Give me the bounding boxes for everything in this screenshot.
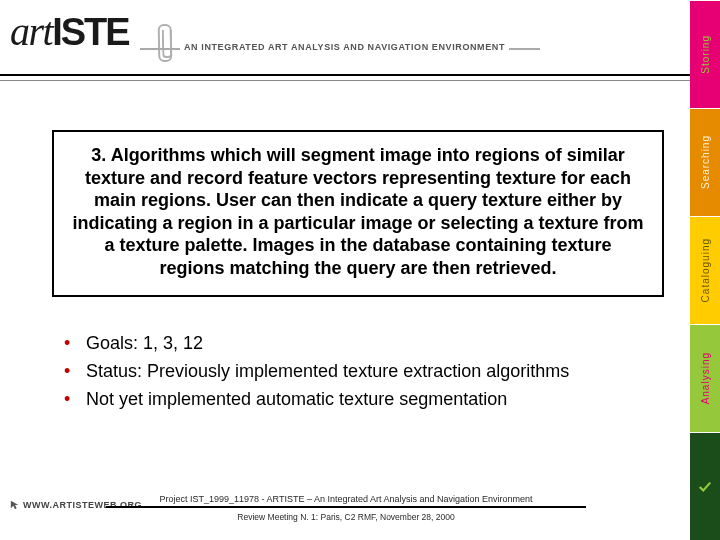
footer-line2: Review Meeting N. 1: Paris, C2 RMF, Nove…: [0, 512, 692, 522]
main-description-box: 3. Algorithms which will segment image i…: [52, 130, 664, 297]
footer: Project IST_1999_11978 - ARTISTE – An In…: [0, 488, 692, 522]
bullet-text: Status: Previously implemented texture e…: [86, 360, 569, 382]
sidebar-item-storing: Storing: [690, 0, 720, 108]
bullet-icon: •: [64, 332, 86, 354]
list-item: • Not yet implemented automatic texture …: [64, 388, 664, 410]
list-item: • Goals: 1, 3, 12: [64, 332, 664, 354]
header: artISTE AN INTEGRATED ART ANALYSIS AND N…: [0, 0, 690, 75]
slide: artISTE AN INTEGRATED ART ANALYSIS AND N…: [0, 0, 720, 540]
sidebar-item-label: Analysing: [700, 352, 711, 404]
check-icon: [698, 480, 712, 494]
list-item: • Status: Previously implemented texture…: [64, 360, 664, 382]
bullet-icon: •: [64, 360, 86, 382]
bullet-text: Not yet implemented automatic texture se…: [86, 388, 507, 410]
bullet-icon: •: [64, 388, 86, 410]
sidebar-item-label: Cataloguing: [700, 238, 711, 302]
sidebar-item-searching: Searching: [690, 108, 720, 216]
sidebar-item-label: Searching: [700, 135, 711, 189]
header-rule: [0, 74, 692, 76]
header-sub-rule: [0, 80, 692, 81]
logo-tagline: AN INTEGRATED ART ANALYSIS AND NAVIGATIO…: [180, 42, 509, 52]
sidebar: Storing Searching Cataloguing Analysing: [690, 0, 720, 540]
logo: artISTE: [10, 8, 129, 55]
paperclip-icon: [158, 24, 173, 62]
logo-part2: ISTE: [52, 11, 128, 53]
main-paragraph: 3. Algorithms which will segment image i…: [70, 144, 646, 279]
sidebar-item-analysing: Analysing: [690, 324, 720, 432]
bullet-list: • Goals: 1, 3, 12 • Status: Previously i…: [64, 332, 664, 416]
footer-line1: Project IST_1999_11978 - ARTISTE – An In…: [106, 494, 586, 508]
sidebar-item-check: [690, 432, 720, 540]
bullet-text: Goals: 1, 3, 12: [86, 332, 203, 354]
logo-part1: art: [10, 9, 52, 54]
sidebar-item-cataloguing: Cataloguing: [690, 216, 720, 324]
sidebar-item-label: Storing: [700, 35, 711, 74]
